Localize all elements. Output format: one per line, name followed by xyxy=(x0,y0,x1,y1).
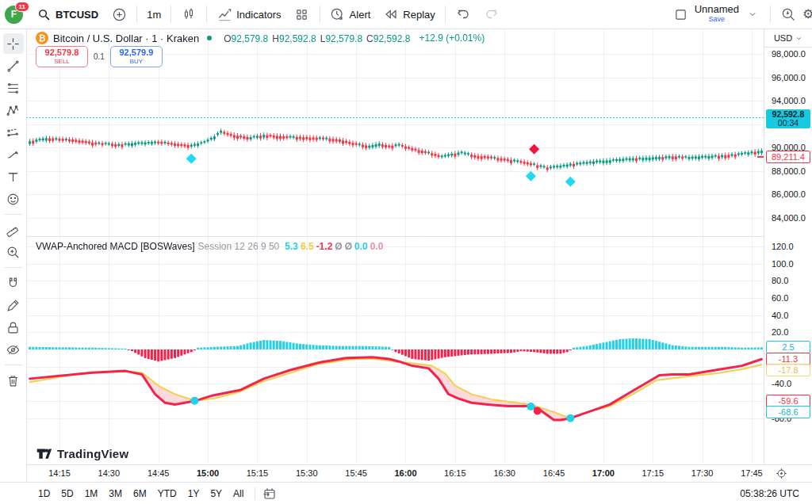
price-scale[interactable]: USD 98,000.096,000.094,000.090,000.088,0… xyxy=(764,29,812,464)
time-tick: 16:45 xyxy=(537,468,572,478)
price-tick: -40.0 xyxy=(764,379,812,388)
indicator-title[interactable]: VWAP-Anchored MACD [BOSWaves] xyxy=(36,241,195,252)
tool-lock-all[interactable] xyxy=(3,317,24,338)
symbol-info-row[interactable]: ₿ Bitcoin / U.S. Dollar · 1 · Kraken O92… xyxy=(36,32,485,44)
time-tick: 17:15 xyxy=(635,468,670,478)
gear-icon: ⚙ xyxy=(802,6,812,21)
tool-xabcd-pattern[interactable] xyxy=(3,100,24,120)
indicator-params: Session 12 26 9 50 xyxy=(198,241,280,252)
ohlc-value: 92,579.8 xyxy=(232,33,269,44)
range-5y[interactable]: 5Y xyxy=(205,486,227,502)
tool-drawing-pencil[interactable] xyxy=(3,295,24,315)
price-tick: 98,000.0 xyxy=(764,49,812,59)
macd-value-label: 2.5 xyxy=(766,341,810,353)
range-5d[interactable]: 5D xyxy=(56,486,78,502)
buy-button[interactable]: 92,579.9 BUY xyxy=(110,46,163,67)
quick-search-button[interactable] xyxy=(774,2,802,26)
ohlc-value: 92,592.8 xyxy=(279,33,316,44)
price-tick: 20.0 xyxy=(764,327,812,337)
price-tick: 40.0 xyxy=(764,311,812,320)
time-tick: 17:00 xyxy=(586,468,621,478)
tool-fib-retracement[interactable] xyxy=(3,78,24,98)
chevron-down-icon xyxy=(795,35,802,42)
layout-square-icon xyxy=(673,6,689,22)
price-tick: 88,000.0 xyxy=(764,166,812,176)
tool-zoom-in[interactable] xyxy=(3,242,24,262)
replay-icon xyxy=(383,6,399,22)
user-avatar[interactable]: F 11 xyxy=(5,6,23,24)
ohlc-value: 92,592.8 xyxy=(373,33,411,44)
save-layout-label[interactable]: Save xyxy=(709,14,726,24)
time-tick: 14:15 xyxy=(42,468,77,478)
price-tick: 60.0 xyxy=(764,293,812,303)
range-1m[interactable]: 1M xyxy=(80,486,103,502)
undo-button[interactable] xyxy=(449,2,477,26)
price-tick: 86,000.0 xyxy=(764,189,812,199)
settings-button[interactable]: ⚙ xyxy=(802,5,812,24)
compare-add-button[interactable] xyxy=(105,2,133,26)
indicator-value: 5.3 xyxy=(285,241,298,252)
tool-magnet[interactable] xyxy=(3,273,24,293)
price-tick: 120.0 xyxy=(764,242,812,251)
symbol-name: BTCUSD xyxy=(56,9,98,21)
indicators-button[interactable]: Indicators xyxy=(210,2,287,26)
currency-select[interactable]: USD xyxy=(764,29,812,48)
time-tick: 16:00 xyxy=(388,468,423,478)
quick-search-icon xyxy=(780,6,796,22)
plus-circle-icon xyxy=(111,6,127,22)
macd-value-label: -17.8 xyxy=(766,364,810,376)
indicator-legend-row: VWAP-Anchored MACD [BOSWaves] Session 12… xyxy=(36,241,383,252)
interval-button[interactable]: 1m xyxy=(140,2,167,26)
indicator-values: 5.36.5-1.2ØØ0.00.0 xyxy=(282,241,383,252)
indicator-value: 0.0 xyxy=(354,241,368,252)
range-1y[interactable]: 1Y xyxy=(183,486,205,502)
chart-canvas[interactable] xyxy=(0,0,812,504)
range-1d[interactable]: 1D xyxy=(33,486,55,502)
time-tick: 15:15 xyxy=(239,468,274,478)
currency-label: USD xyxy=(774,33,792,43)
tool-ruler[interactable] xyxy=(3,220,24,240)
time-axis[interactable]: 14:1514:3014:4515:0015:1515:3015:4516:00… xyxy=(0,464,812,482)
range-3m[interactable]: 3M xyxy=(104,486,127,502)
time-tick: 14:30 xyxy=(91,468,126,478)
time-tick: 14:45 xyxy=(141,468,176,478)
time-tick: 16:30 xyxy=(487,468,522,478)
sell-button[interactable]: 92,579.8 SELL xyxy=(36,46,88,67)
redo-button[interactable] xyxy=(477,2,506,26)
range-ytd[interactable]: YTD xyxy=(153,486,182,502)
clock-utc[interactable]: 05:38:26 UTC xyxy=(740,488,799,499)
chart-style-button[interactable] xyxy=(174,2,203,26)
goto-date-icon[interactable] xyxy=(262,486,278,502)
symbol-search-button[interactable]: BTCUSD xyxy=(29,2,105,26)
tool-trend-line[interactable] xyxy=(3,55,24,76)
tool-brush[interactable] xyxy=(3,144,24,165)
tool-emoji[interactable] xyxy=(3,189,24,209)
range-all[interactable]: All xyxy=(228,486,248,502)
order-panel: 92,579.8 SELL 0.1 92,579.9 BUY xyxy=(36,46,163,67)
indicator-templates-button[interactable] xyxy=(288,2,316,26)
tool-hide-all[interactable] xyxy=(3,339,24,360)
tradingview-logo-icon xyxy=(36,445,52,462)
tool-crosshair[interactable] xyxy=(3,33,24,54)
replay-label: Replay xyxy=(403,9,435,21)
indicators-icon xyxy=(216,6,232,22)
price-tick: 94,000.0 xyxy=(764,96,812,105)
layout-select-button[interactable]: Unnamed Save xyxy=(667,2,767,26)
current-price-label: 92,592.800:34 xyxy=(766,109,810,128)
time-tick: 17:30 xyxy=(685,468,720,478)
alert-button[interactable]: Alert xyxy=(324,2,377,26)
scroll-to-realtime-icon[interactable] xyxy=(776,468,787,479)
tool-forecast[interactable] xyxy=(3,122,24,143)
range-6m[interactable]: 6M xyxy=(128,486,151,502)
alert-clock-icon xyxy=(330,6,346,22)
layout-name: Unnamed xyxy=(695,5,739,14)
tool-remove-all[interactable] xyxy=(3,370,24,391)
indicator-value: 6.5 xyxy=(301,241,314,252)
date-range-buttons: 1D5D1M3M6MYTD1Y5YAll xyxy=(33,486,248,502)
time-tick: 15:00 xyxy=(190,468,225,478)
replay-button[interactable]: Replay xyxy=(377,2,441,26)
buy-price: 92,579.9 xyxy=(119,48,153,57)
tool-text[interactable] xyxy=(3,166,24,187)
indicator-value: Ø xyxy=(345,241,352,252)
symbol-title: Bitcoin / U.S. Dollar · 1 · Kraken xyxy=(53,32,199,44)
